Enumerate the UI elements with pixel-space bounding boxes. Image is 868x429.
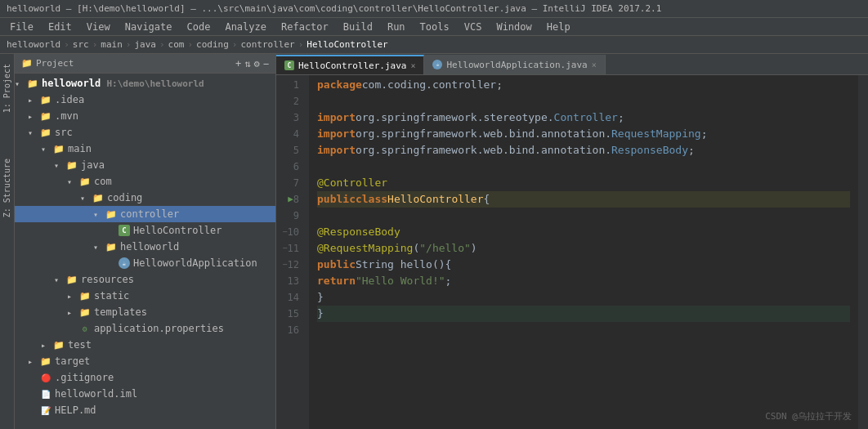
tree-item-HelloController[interactable]: CHelloController bbox=[15, 222, 275, 239]
menu-item-analyze[interactable]: Analyze bbox=[218, 20, 273, 34]
token-annotation: @RequestMapping bbox=[317, 240, 413, 257]
panel-settings-btn[interactable]: ⚙ bbox=[254, 58, 260, 69]
tree-item-java[interactable]: ▾📁java bbox=[15, 157, 275, 173]
tree-icon-folder: 📁 bbox=[92, 191, 105, 204]
gutter-line-11: −11 bbox=[276, 240, 302, 257]
panel-collapse-btn[interactable]: − bbox=[263, 58, 269, 69]
tree-item-controller[interactable]: ▾📁controller bbox=[15, 206, 275, 222]
menu-item-build[interactable]: Build bbox=[337, 20, 379, 34]
editor-tab-HelloworldApp[interactable]: ☕HelloworldApplication.java× bbox=[424, 55, 605, 74]
tree-arrow: ▸ bbox=[28, 357, 39, 366]
tree-label-application-properties: application.properties bbox=[94, 323, 224, 334]
line-number-14: 14 bbox=[288, 289, 299, 306]
tab-close-HelloworldApp[interactable]: × bbox=[592, 60, 597, 69]
tree-item-application-properties[interactable]: ⚙application.properties bbox=[15, 320, 275, 337]
menu-item-navigate[interactable]: Navigate bbox=[119, 20, 179, 34]
panel-add-btn[interactable]: + bbox=[235, 58, 241, 69]
tree-item-HELP[interactable]: 📝HELP.md bbox=[15, 402, 275, 418]
project-panel-header: 📁 Project + ⇅ ⚙ − bbox=[15, 54, 275, 74]
token-plain: ; bbox=[618, 109, 624, 126]
gutter-line-9: 9 bbox=[276, 208, 302, 224]
code-line-10: @ResponseBody bbox=[317, 224, 850, 240]
menu-item-vcs[interactable]: VCS bbox=[458, 20, 489, 34]
code-content[interactable]: package com.coding.controller;import org… bbox=[309, 75, 858, 429]
panel-sync-btn[interactable]: ⇅ bbox=[244, 58, 250, 69]
menu-item-refactor[interactable]: Refactor bbox=[275, 20, 335, 34]
title-bar: helloworld – [H:\demo\helloworld] – ...\… bbox=[0, 0, 868, 18]
menu-item-window[interactable]: Window bbox=[490, 20, 538, 34]
breadcrumb-item-3[interactable]: java bbox=[134, 39, 156, 50]
tree-item-test[interactable]: ▸📁test bbox=[15, 337, 275, 353]
tree-item-gitignore[interactable]: 🔴.gitignore bbox=[15, 369, 275, 386]
breadcrumb-bar: helloworld›src›main›java›com›coding›cont… bbox=[0, 36, 868, 54]
menu-item-help[interactable]: Help bbox=[540, 20, 577, 34]
breadcrumb-item-2[interactable]: main bbox=[101, 39, 123, 50]
token-kw: package bbox=[317, 77, 362, 93]
project-tab[interactable]: 1: Project bbox=[1, 57, 13, 119]
tree-item-mvn[interactable]: ▸📁.mvn bbox=[15, 108, 275, 124]
token-plain: org.springframework.stereotype. bbox=[356, 109, 554, 126]
tree-label-HELP: HELP.md bbox=[55, 404, 96, 416]
tree-label-java: java bbox=[81, 159, 105, 171]
tree-item-static[interactable]: ▸📁static bbox=[15, 288, 275, 304]
breadcrumb-item-6[interactable]: controller bbox=[240, 39, 294, 50]
tree-item-com[interactable]: ▾📁com bbox=[15, 173, 275, 190]
tree-icon-folder: 📁 bbox=[39, 109, 52, 123]
line-number-16: 16 bbox=[288, 322, 299, 338]
tree-label-templates: templates bbox=[94, 306, 147, 318]
tree-label-gitignore: .gitignore bbox=[55, 372, 114, 383]
breadcrumb-item-0[interactable]: helloworld bbox=[7, 39, 60, 50]
breadcrumb-sep-2: › bbox=[126, 39, 132, 50]
token-spring-class: RequestMapping bbox=[611, 126, 701, 142]
code-line-14: } bbox=[317, 289, 850, 306]
editor-tab-HelloController[interactable]: CHelloController.java× bbox=[276, 55, 424, 74]
breadcrumb-item-5[interactable]: coding bbox=[196, 39, 229, 50]
tree-arrow: ▾ bbox=[80, 194, 92, 203]
tree-item-resources[interactable]: ▾📁resources bbox=[15, 271, 275, 288]
menu-item-file[interactable]: File bbox=[3, 20, 40, 34]
sidebar-vertical-tabs: 1: Project Z: Structure bbox=[0, 54, 15, 429]
menu-item-edit[interactable]: Edit bbox=[42, 20, 78, 34]
tree-item-templates[interactable]: ▸📁templates bbox=[15, 304, 275, 320]
tree-item-main[interactable]: ▾📁main bbox=[15, 141, 275, 157]
tree-label-helloworld-pkg: helloworld bbox=[120, 241, 179, 252]
line-number-15: 15 bbox=[288, 306, 299, 322]
menu-item-code[interactable]: Code bbox=[181, 20, 217, 34]
menu-item-view[interactable]: View bbox=[80, 20, 117, 34]
structure-tab[interactable]: Z: Structure bbox=[1, 152, 13, 224]
tree-arrow: ▸ bbox=[41, 341, 52, 350]
tree-item-HelloworldApp[interactable]: ☕HelloworldApplication bbox=[15, 255, 275, 271]
line-number-1: 1 bbox=[293, 77, 299, 93]
line-number-5: 5 bbox=[293, 142, 299, 159]
run-icon[interactable]: ▶ bbox=[288, 191, 293, 208]
token-str: "/hello" bbox=[419, 240, 471, 257]
tab-label-HelloController: HelloController.java bbox=[298, 60, 406, 71]
tree-icon-git: 🔴 bbox=[39, 371, 52, 384]
tree-item-idea[interactable]: ▸📁.idea bbox=[15, 92, 275, 108]
breadcrumb-item-1[interactable]: src bbox=[73, 39, 89, 50]
tree-icon-class-c: C bbox=[118, 224, 131, 237]
menu-item-tools[interactable]: Tools bbox=[414, 20, 456, 34]
breadcrumb-sep-4: › bbox=[187, 39, 193, 50]
tree-item-helloworld-iml[interactable]: 📄helloworld.iml bbox=[15, 386, 275, 402]
tree-item-src[interactable]: ▾📁src bbox=[15, 124, 275, 141]
tree-item-helloworld-pkg[interactable]: ▾📁helloworld bbox=[15, 239, 275, 255]
breadcrumb-item-4[interactable]: com bbox=[168, 39, 185, 50]
code-line-1: package com.coding.controller; bbox=[317, 77, 850, 93]
token-kw: import bbox=[317, 142, 356, 159]
code-line-2 bbox=[317, 93, 850, 109]
code-line-15: } bbox=[317, 306, 850, 322]
tab-close-HelloController[interactable]: × bbox=[410, 61, 415, 70]
tree-icon-folder-src: 📁 bbox=[39, 126, 52, 139]
code-line-9 bbox=[317, 208, 850, 224]
tree-item-coding[interactable]: ▾📁coding bbox=[15, 190, 275, 206]
tree-icon-iml: 📄 bbox=[39, 387, 52, 400]
line-number-10: 10 bbox=[288, 224, 299, 240]
tree-item-target[interactable]: ▸📁target bbox=[15, 353, 275, 369]
breadcrumb-item-7[interactable]: HelloController bbox=[306, 39, 387, 50]
line-number-9: 9 bbox=[293, 208, 299, 224]
tree-item-helloworld[interactable]: ▾📁helloworld H:\demo\helloworld bbox=[15, 75, 275, 92]
token-kw: public bbox=[317, 257, 356, 273]
menu-item-run[interactable]: Run bbox=[381, 20, 412, 34]
tree-arrow: ▾ bbox=[54, 161, 65, 170]
